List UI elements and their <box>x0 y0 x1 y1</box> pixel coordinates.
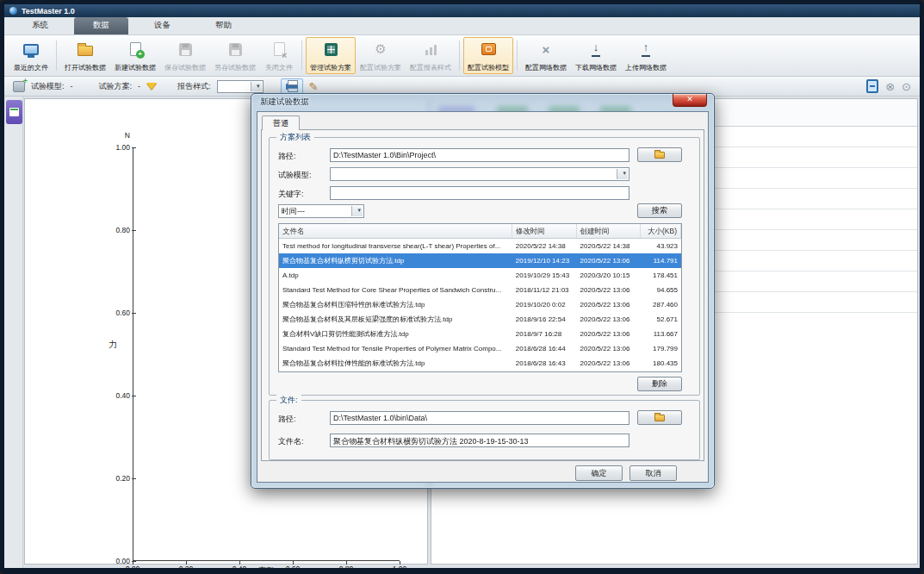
dialog-tab-general[interactable]: 普通 <box>262 115 300 130</box>
created-time-cell: 2020/5/22 13:06 <box>577 341 642 356</box>
filename-input[interactable]: 聚合物基复合材料纵横剪切试验方法 2020-8-19-15-30-13 <box>330 434 629 447</box>
circle-dot-icon[interactable] <box>902 80 911 93</box>
column-modified[interactable]: 修改时间 <box>512 224 577 238</box>
model-plus-icon[interactable] <box>13 81 25 92</box>
modified-time-cell: 2019/12/10 14:23 <box>512 253 577 268</box>
y-axis-label: 力 <box>109 339 117 351</box>
table-row[interactable]: 聚合物基复合材料拉伸性能的标准试验方法.tdp 2018/6/28 16:43 … <box>279 356 681 371</box>
curve-form-icon <box>9 108 19 116</box>
dialog-title[interactable]: 新建试验数据 <box>260 97 309 108</box>
upload-network-button[interactable]: 上传网络数据 <box>621 37 671 74</box>
screen: TestMaster 1.0 系统 数据 设备 帮助 最近的文件 打开试验数据 … <box>0 0 924 574</box>
table-row[interactable]: 聚合物基复合材料及其层板短梁强度的标准试验方法.tdp 2018/9/16 22… <box>279 312 681 327</box>
download-network-icon <box>592 41 601 57</box>
scheme-value: - <box>138 82 140 90</box>
tab-help[interactable]: 帮助 <box>196 17 251 34</box>
config-model-button[interactable]: 配置试验模型 <box>463 37 513 74</box>
file-name-cell: 聚合物基复合材料压缩特性的标准试验方法.tdp <box>279 297 512 312</box>
scheme-list-group-label: 方案列表 <box>276 132 314 143</box>
ribbon-separator <box>517 41 518 71</box>
recent-files-button[interactable]: 最近的文件 <box>9 37 53 74</box>
table-row[interactable]: Standard Test Method for Tensile Propert… <box>279 341 681 356</box>
time-filter-combobox[interactable]: 时间--- <box>278 204 364 218</box>
printer-icon <box>286 84 298 90</box>
ribbon-separator <box>301 41 302 71</box>
manage-scheme-button[interactable]: 管理试验方案 <box>306 37 356 74</box>
funnel-icon[interactable] <box>146 83 157 90</box>
config-scheme-button[interactable]: 配置试验方案 <box>356 37 406 74</box>
table-row[interactable]: 复合材料V缺口剪切性能测试标准方法.tdp 2018/9/7 16:28 202… <box>279 327 681 341</box>
file-name-cell: 聚合物基复合材料纵横剪切试验方法.tdp <box>279 253 512 268</box>
project-path-input[interactable]: D:\TestMaster 1.0\Bin\Project\ <box>330 148 629 162</box>
upload-network-icon <box>642 41 651 57</box>
browse-project-path-button[interactable] <box>637 147 682 162</box>
window-title: TestMaster 1.0 <box>22 7 75 16</box>
modified-time-cell: 2018/9/16 22:54 <box>512 312 577 327</box>
table-row[interactable]: Test method for longitudinal transverse … <box>279 239 681 253</box>
vertical-tab-strip <box>4 97 23 568</box>
ribbon: 最近的文件 打开试验数据 新建试验数据 保存试验数据 另存试验数据 关闭文件 <box>4 35 920 77</box>
modified-time-cell: 2018/6/28 16:44 <box>512 341 577 356</box>
print-button[interactable] <box>281 78 303 95</box>
open-data-button[interactable]: 打开试验数据 <box>60 37 110 74</box>
y-tick-label: 0.20 <box>115 474 130 483</box>
dialog-close-icon[interactable]: ✕ <box>673 94 707 107</box>
folder-icon <box>654 415 665 421</box>
new-test-data-dialog: 新建试验数据 ✕ 普通 方案列表 路径: D:\TestMaster 1.0\B… <box>251 93 715 489</box>
save-data-icon <box>179 43 192 56</box>
column-size[interactable]: 大小(KB) <box>641 224 681 238</box>
machine-icon[interactable] <box>866 79 878 93</box>
table-row[interactable]: 聚合物基复合材料纵横剪切试验方法.tdp 2019/12/10 14:23 20… <box>279 253 681 268</box>
table-row[interactable]: 聚合物基复合材料压缩特性的标准试验方法.tdp 2019/10/20 0:02 … <box>279 297 681 312</box>
pen-icon[interactable] <box>309 80 319 93</box>
ribbon-separator <box>459 41 460 71</box>
curve-view-tab[interactable] <box>6 100 22 124</box>
model-combobox[interactable] <box>330 167 629 181</box>
size-cell: 113.667 <box>641 327 681 341</box>
save-as-data-button[interactable]: 另存试验数据 <box>210 37 260 74</box>
report-style-combobox[interactable] <box>217 80 264 93</box>
created-time-cell: 2020/5/22 13:06 <box>577 253 642 268</box>
file-name-cell: Test method for longitudinal transverse … <box>279 239 512 253</box>
manage-scheme-icon <box>325 43 338 56</box>
save-data-button[interactable]: 保存试验数据 <box>160 37 210 74</box>
size-cell: 180.435 <box>641 356 681 371</box>
modified-time-cell: 2020/5/22 14:38 <box>512 239 577 253</box>
title-bar[interactable]: TestMaster 1.0 <box>4 4 920 17</box>
close-file-button[interactable]: 关闭文件 <box>260 37 298 74</box>
scheme-label: 试验方案: <box>99 81 133 92</box>
x-axis-label: 变形 <box>133 565 400 568</box>
tab-data[interactable]: 数据 <box>74 17 128 34</box>
report-style-label: 报告样式: <box>177 81 211 92</box>
search-button[interactable]: 搜索 <box>637 203 682 218</box>
save-as-data-icon <box>229 43 242 56</box>
data-path-input[interactable]: D:\TestMaster 1.0\bin\Data\ <box>330 411 629 425</box>
config-report-button[interactable]: 配置报表样式 <box>406 37 456 74</box>
keyword-input[interactable] <box>330 186 629 200</box>
filename-label: 文件名: <box>278 436 304 447</box>
config-scheme-icon <box>375 41 386 57</box>
column-created[interactable]: 创建时间 <box>577 224 642 238</box>
created-time-cell: 2020/5/22 13:06 <box>577 312 642 327</box>
model-label: 试验模型: <box>278 170 312 181</box>
file-name-cell: A.tdp <box>279 268 512 283</box>
column-filename[interactable]: 文件名 <box>279 224 512 238</box>
config-network-button[interactable]: 配置网络数据 <box>521 37 571 74</box>
cancel-button[interactable]: 取消 <box>629 465 677 481</box>
new-data-button[interactable]: 新建试验数据 <box>110 37 160 74</box>
ribbon-separator <box>56 41 57 71</box>
dialog-tab-page: 方案列表 路径: D:\TestMaster 1.0\Bin\Project\ … <box>261 129 704 461</box>
table-row[interactable]: A.tdp 2019/10/29 15:43 2020/3/20 10:15 1… <box>279 268 681 283</box>
file-group-label: 文件: <box>276 395 301 406</box>
ok-button[interactable]: 确定 <box>575 465 623 481</box>
table-row[interactable]: Standard Test Method for Core Shear Prop… <box>279 283 681 297</box>
download-network-button[interactable]: 下载网络数据 <box>571 37 621 74</box>
config-network-icon <box>543 42 550 57</box>
delete-button[interactable]: 删除 <box>637 377 682 391</box>
circle-cross-icon[interactable] <box>885 80 895 93</box>
tab-device[interactable]: 设备 <box>135 17 189 34</box>
size-cell: 179.799 <box>641 341 681 356</box>
tab-system[interactable]: 系统 <box>13 17 67 34</box>
path-label: 路径: <box>278 151 296 162</box>
browse-data-path-button[interactable] <box>637 410 682 425</box>
